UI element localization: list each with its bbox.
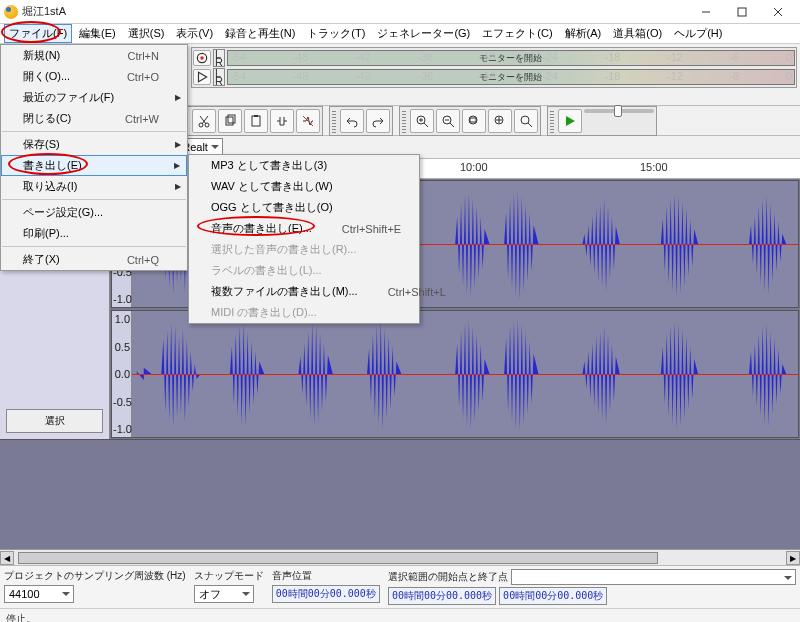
file-menu-dropdown: 新規(N)Ctrl+N 開く(O)...Ctrl+O 最近のファイル(F) 閉じ… [0,44,188,271]
zoom-group [399,106,541,136]
export-audio[interactable]: 音声の書き出し(E)...Ctrl+Shift+E [189,218,419,239]
export-selection[interactable]: 選択した音声の書き出し(R)... [189,239,419,260]
window-title: 堀江1stA [22,4,688,19]
grip-icon[interactable] [332,109,336,133]
play-meter-hint: モニターを開始 [228,70,794,84]
file-menu-close[interactable]: 閉じる(C)Ctrl+W [1,108,187,129]
edit-group [181,106,323,136]
menu-effect[interactable]: エフェクト(C) [477,24,557,43]
menubar: ファイル(F) 編集(E) 選択(S) 表示(V) 録音と再生(N) トラック(… [0,24,800,44]
undo-group [329,106,393,136]
app-icon [4,5,18,19]
fit-project-button[interactable] [488,109,512,133]
svg-line-20 [424,123,428,127]
snap-field: スナップモード オフ [194,569,264,603]
zoom-toggle-button[interactable] [514,109,538,133]
project-rate-select[interactable]: 44100 [4,585,74,603]
channel-right[interactable]: 1.00.50.0-0.5-1.0 [111,310,799,438]
selection-end-value[interactable]: 00時間00分00.000秒 [499,587,607,605]
file-menu-exit[interactable]: 終了(X)Ctrl+Q [1,249,187,270]
svg-rect-15 [228,115,235,123]
menu-generate[interactable]: ジェネレーター(G) [372,24,475,43]
selection-start-value[interactable]: 00時間00分00.000秒 [388,587,496,605]
svg-rect-16 [252,116,260,126]
play-at-speed-group [547,106,657,136]
lr-label-play: LR [213,68,225,86]
project-rate-field: プロジェクトのサンプリング周波数 (Hz) 44100 [4,569,186,603]
close-button[interactable] [760,2,796,22]
amplitude-ruler: 1.00.50.0-0.5-1.0 [112,311,132,437]
zoom-out-button[interactable] [436,109,460,133]
menu-help[interactable]: ヘルプ(H) [669,24,727,43]
export-ogg[interactable]: OGG として書き出し(O) [189,197,419,218]
file-menu-open[interactable]: 開く(O)...Ctrl+O [1,66,187,87]
scroll-left-button[interactable]: ◀ [0,551,14,565]
export-labels[interactable]: ラベルの書き出し(L)... [189,260,419,281]
play-meter-icon[interactable] [193,69,211,85]
svg-rect-1 [738,8,746,16]
fit-selection-button[interactable] [462,109,486,133]
trim-button[interactable] [270,109,294,133]
play-at-speed-button[interactable] [558,109,582,133]
menu-edit[interactable]: 編集(E) [74,24,121,43]
selection-bounds-field: 選択範囲の開始点と終了点 00時間00分00.000秒 00時間00分00.00… [388,569,796,605]
svg-point-29 [521,116,529,124]
export-multiple[interactable]: 複数ファイルの書き出し(M)...Ctrl+Shift+L [189,281,419,302]
maximize-button[interactable] [724,2,760,22]
lr-label: LR [213,49,225,67]
menu-tracks[interactable]: トラック(T) [302,24,370,43]
copy-button[interactable] [218,109,242,133]
titlebar: 堀江1stA [0,0,800,24]
redo-button[interactable] [366,109,390,133]
export-wav[interactable]: WAV として書き出し(W) [189,176,419,197]
svg-rect-14 [226,117,233,125]
scroll-right-button[interactable]: ▶ [786,551,800,565]
rec-meter-hint: モニターを開始 [228,51,794,65]
svg-point-10 [200,56,204,60]
paste-button[interactable] [244,109,268,133]
undo-button[interactable] [340,109,364,133]
export-midi[interactable]: MIDI の書き出し(D)... [189,302,419,323]
timeline-mark: 10:00 [460,161,488,173]
meters-group: LR -54-48-42-36-30-24-18-12-60 モニターを開始 L… [191,47,797,88]
zoom-in-button[interactable] [410,109,434,133]
file-menu-save[interactable]: 保存(S) [1,134,187,155]
audio-position-field: 音声位置 00時間00分00.000秒 [272,569,380,603]
rec-meter-icon[interactable] [193,50,211,66]
export-submenu-dropdown: MP3 として書き出し(3) WAV として書き出し(W) OGG として書き出… [188,154,420,324]
grip-icon[interactable] [402,109,406,133]
recording-meter[interactable]: -54-48-42-36-30-24-18-12-60 モニターを開始 [227,50,795,66]
scroll-thumb[interactable] [18,552,658,564]
selection-toolbar: プロジェクトのサンプリング周波数 (Hz) 44100 スナップモード オフ 音… [0,565,800,608]
menu-select[interactable]: 選択(S) [123,24,170,43]
silence-button[interactable] [296,109,320,133]
empty-tracks-area[interactable] [0,439,800,549]
export-mp3[interactable]: MP3 として書き出し(3) [189,155,419,176]
cut-button[interactable] [192,109,216,133]
timeline-mark: 15:00 [640,161,668,173]
file-menu-import[interactable]: 取り込み(I) [1,176,187,197]
file-menu-recent[interactable]: 最近のファイル(F) [1,87,187,108]
svg-rect-27 [470,118,476,122]
window-buttons [688,2,796,22]
file-menu-page-setup[interactable]: ページ設定(G)... [1,202,187,223]
menu-analyze[interactable]: 解析(A) [560,24,607,43]
selection-mode-select[interactable] [511,569,796,585]
svg-line-30 [528,123,532,127]
svg-rect-17 [254,115,258,117]
file-menu-new[interactable]: 新規(N)Ctrl+N [1,45,187,66]
file-menu-print[interactable]: 印刷(P)... [1,223,187,244]
playback-meter[interactable]: -54-48-42-36-30-24-18-12-60 モニターを開始 [227,69,795,85]
menu-view[interactable]: 表示(V) [171,24,218,43]
grip-icon[interactable] [550,109,554,133]
track-select-button[interactable]: 選択 [6,409,103,433]
menu-tools[interactable]: 道具箱(O) [608,24,667,43]
snap-select[interactable]: オフ [194,585,254,603]
minimize-button[interactable] [688,2,724,22]
menu-transport[interactable]: 録音と再生(N) [220,24,300,43]
horizontal-scrollbar[interactable]: ◀ ▶ [0,549,800,565]
file-menu-export[interactable]: 書き出し(E) [1,155,187,176]
audio-position-value[interactable]: 00時間00分00.000秒 [272,585,380,603]
play-speed-slider[interactable] [584,109,654,113]
menu-file[interactable]: ファイル(F) [4,24,72,43]
